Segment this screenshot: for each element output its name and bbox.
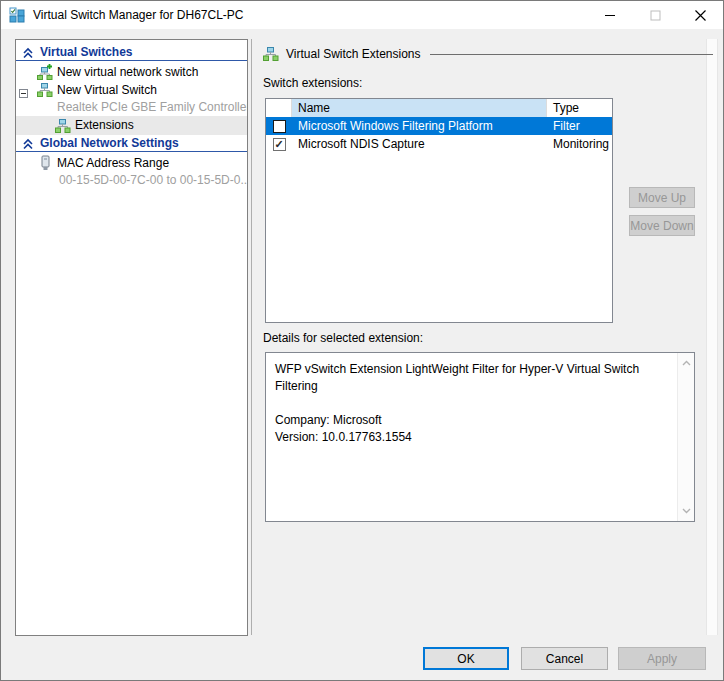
apply-button[interactable]: Apply (618, 647, 706, 670)
tree-item-label: New virtual network switch (57, 63, 198, 81)
table-row[interactable]: Microsoft Windows Filtering Platform Fil… (266, 117, 612, 135)
table-row[interactable]: ✓ Microsoft NDIS Capture Monitoring (266, 135, 612, 153)
extension-type: Filter (547, 117, 612, 135)
details-company: Company: Microsoft (275, 412, 668, 429)
page-title-label: Virtual Switch Extensions (286, 47, 421, 61)
section-header-label: Virtual Switches (40, 43, 132, 61)
checkbox-column-header[interactable] (266, 99, 292, 117)
section-header-global-network-settings[interactable]: Global Network Settings (16, 134, 247, 152)
close-button[interactable] (678, 1, 723, 29)
extension-details-text: WFP vSwitch Extension LightWeight Filter… (275, 361, 668, 446)
extension-checkbox[interactable] (273, 120, 286, 133)
tree-item-new-virtual-switch[interactable]: New Virtual Switch (16, 81, 247, 99)
maximize-icon (650, 10, 661, 21)
details-line1: WFP vSwitch Extension LightWeight Filter… (275, 361, 668, 395)
details-scrollbar[interactable] (677, 353, 694, 521)
tree-item-label: Extensions (75, 116, 134, 135)
minimize-icon (605, 10, 616, 21)
tree-item-new-virtual-network-switch[interactable]: New virtual network switch (16, 63, 247, 81)
panel-divider (251, 39, 252, 635)
virtual-switch-icon (263, 46, 279, 62)
extension-name: Microsoft Windows Filtering Platform (292, 117, 547, 135)
virtual-switch-icon (37, 82, 53, 98)
list-header-row: Name Type (266, 99, 612, 117)
right-panel-scrollbar[interactable] (706, 39, 718, 635)
title-rule (430, 54, 713, 55)
scroll-up-icon[interactable] (678, 355, 694, 371)
titlebar: Virtual Switch Manager for DH67CL-PC (1, 1, 723, 29)
scroll-down-icon[interactable] (678, 503, 694, 519)
maximize-button[interactable] (633, 1, 678, 29)
minimize-button[interactable] (588, 1, 633, 29)
switch-extensions-label: Switch extensions: (263, 76, 362, 90)
section-header-virtual-switches[interactable]: Virtual Switches (16, 43, 247, 61)
type-column-header[interactable]: Type (547, 99, 612, 117)
move-up-button[interactable]: Move Up (629, 187, 695, 208)
navigation-tree: Virtual Switches New virtual network swi… (15, 39, 248, 636)
extension-checkbox[interactable]: ✓ (273, 138, 286, 151)
ok-button[interactable]: OK (423, 647, 509, 670)
tree-item-label: New Virtual Switch (57, 81, 157, 99)
collapse-chevron-icon (22, 46, 34, 61)
tree-expander-icon[interactable] (19, 85, 28, 99)
virtual-switch-manager-window: Virtual Switch Manager for DH67CL-PC Vir… (0, 0, 724, 681)
name-column-header[interactable]: Name (292, 99, 547, 117)
extensions-icon (55, 118, 71, 134)
page-title: Virtual Switch Extensions (263, 45, 715, 63)
tree-item-label: MAC Address Range (57, 154, 169, 172)
move-down-button[interactable]: Move Down (629, 215, 695, 236)
close-icon (695, 10, 706, 21)
extension-name: Microsoft NDIS Capture (292, 135, 547, 153)
collapse-chevron-icon (22, 137, 34, 152)
tree-item-extensions[interactable]: Extensions (16, 116, 247, 135)
details-label: Details for selected extension: (263, 331, 423, 345)
section-header-label: Global Network Settings (40, 134, 179, 152)
cancel-button[interactable]: Cancel (521, 647, 608, 670)
extension-details-box: WFP vSwitch Extension LightWeight Filter… (265, 352, 695, 522)
extension-type: Monitoring (547, 135, 612, 153)
app-icon (9, 7, 25, 23)
tree-item-adapter-sublabel: Realtek PCIe GBE Family Controller (16, 98, 247, 116)
tree-item-mac-range-value: 00-15-5D-00-7C-00 to 00-15-5D-0... (16, 171, 247, 189)
mac-range-icon (39, 155, 55, 171)
new-switch-icon (37, 64, 53, 80)
details-version: Version: 10.0.17763.1554 (275, 429, 668, 446)
tree-item-mac-address-range[interactable]: MAC Address Range (16, 154, 247, 172)
window-title: Virtual Switch Manager for DH67CL-PC (33, 1, 244, 29)
window-controls (588, 1, 723, 29)
switch-extensions-list: Name Type Microsoft Windows Filtering Pl… (265, 98, 613, 323)
